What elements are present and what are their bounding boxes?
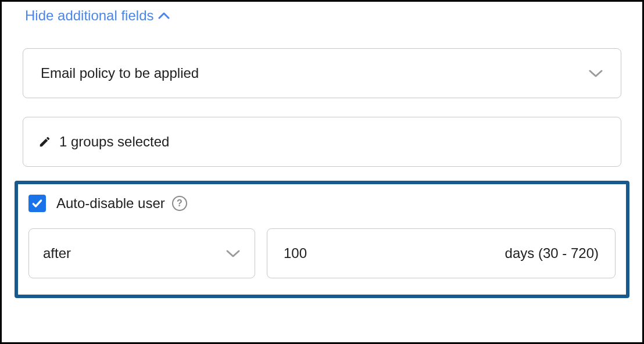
auto-disable-timing-select[interactable]: after: [28, 228, 255, 278]
chevron-down-icon: [588, 69, 603, 78]
auto-disable-days-unit: days (30 - 720): [505, 245, 599, 261]
auto-disable-timing-value: after: [43, 245, 71, 261]
auto-disable-checkbox[interactable]: [28, 195, 46, 212]
groups-selected-label: 1 groups selected: [59, 134, 169, 150]
hide-additional-fields-toggle[interactable]: Hide additional fields: [23, 2, 170, 31]
email-policy-placeholder: Email policy to be applied: [41, 65, 199, 81]
chevron-up-icon: [158, 12, 170, 19]
email-policy-select[interactable]: Email policy to be applied: [23, 48, 621, 98]
pencil-icon: [38, 135, 51, 148]
help-icon[interactable]: ?: [172, 196, 187, 211]
chevron-down-icon: [226, 249, 241, 258]
toggle-label: Hide additional fields: [25, 8, 153, 24]
auto-disable-days-field[interactable]: days (30 - 720): [267, 228, 616, 278]
auto-disable-section: Auto-disable user ? after days (30 - 720…: [15, 181, 629, 298]
auto-disable-label: Auto-disable user: [56, 195, 165, 212]
auto-disable-days-input[interactable]: [284, 245, 353, 261]
groups-selected-field[interactable]: 1 groups selected: [23, 117, 621, 167]
